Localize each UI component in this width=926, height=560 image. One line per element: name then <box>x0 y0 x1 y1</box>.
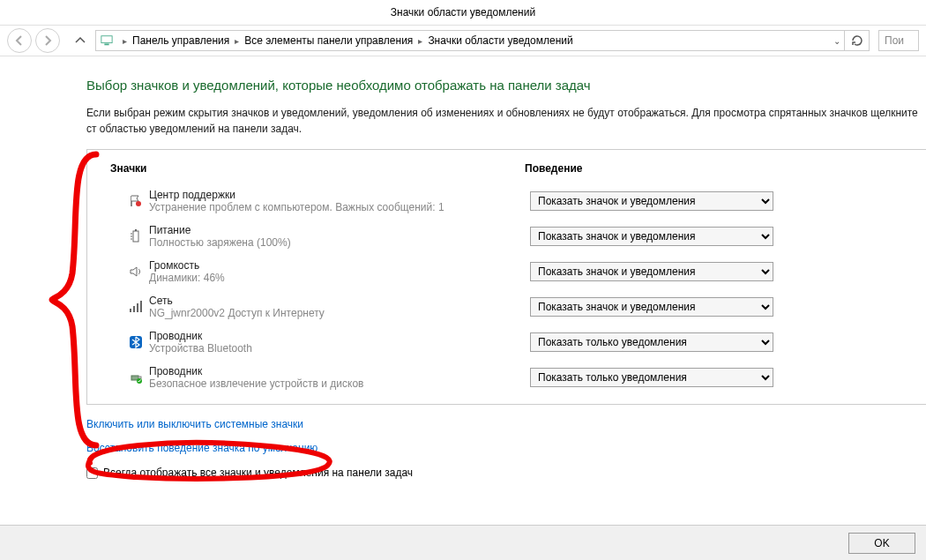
page-heading: Выбор значков и уведомлений, которые нео… <box>86 78 926 93</box>
icon-subtitle: Устройства Bluetooth <box>149 342 530 355</box>
refresh-icon <box>850 34 864 48</box>
up-button[interactable] <box>72 34 88 48</box>
behavior-cell: Показать значок и уведомленияПоказать то… <box>530 368 773 387</box>
icon-text: ПитаниеПолностью заряжена (100%) <box>149 224 530 249</box>
behavior-select[interactable]: Показать значок и уведомленияПоказать то… <box>530 368 773 387</box>
behavior-cell: Показать значок и уведомленияПоказать то… <box>530 262 773 281</box>
network-icon <box>123 300 149 314</box>
breadcrumb-1[interactable]: Панель управления <box>132 34 229 47</box>
titlebar: Значки области уведомлений <box>0 0 926 25</box>
icon-row: ПроводникБезопасное извлечение устройств… <box>87 360 926 395</box>
behavior-cell: Показать значок и уведомленияПоказать то… <box>530 332 773 352</box>
col-header-behavior: Поведение <box>525 162 926 175</box>
always-show-row: Всегда отображать все значки и уведомлен… <box>86 467 926 479</box>
chevron-right-icon: ▸ <box>235 36 239 46</box>
arrow-up-icon <box>73 34 87 48</box>
svg-rect-3 <box>133 231 138 242</box>
icon-title: Питание <box>149 224 530 236</box>
content-area: Выбор значков и уведомлений, которые нео… <box>0 56 926 479</box>
svg-rect-1 <box>104 44 108 46</box>
monitor-icon <box>100 34 114 47</box>
behavior-select[interactable]: Показать значок и уведомленияПоказать то… <box>530 297 773 317</box>
icon-row: Центр поддержкиУстранение проблем с комп… <box>87 183 926 219</box>
icon-title: Центр поддержки <box>149 189 530 201</box>
icon-text: ПроводникБезопасное извлечение устройств… <box>149 365 530 390</box>
svg-rect-8 <box>140 301 142 312</box>
icon-title: Проводник <box>149 330 530 342</box>
icon-list-panel: Значки Поведение Центр поддержкиУстранен… <box>86 149 926 405</box>
behavior-select[interactable]: Показать значок и уведомленияПоказать то… <box>530 262 773 281</box>
page-description: Если выбран режим скрытия значков и увед… <box>86 105 926 137</box>
usb-icon <box>123 370 149 385</box>
behavior-cell: Показать значок и уведомленияПоказать то… <box>530 297 773 317</box>
forward-button[interactable] <box>35 28 60 53</box>
icon-subtitle: Динамики: 46% <box>149 272 530 284</box>
icon-text: ГромкостьДинамики: 46% <box>149 259 530 284</box>
icon-row: СетьNG_jwnr2000v2 Доступ к ИнтернетуПока… <box>87 289 926 325</box>
behavior-cell: Показать значок и уведомленияПоказать то… <box>530 227 773 246</box>
svg-rect-5 <box>130 309 131 312</box>
svg-point-2 <box>136 201 141 206</box>
behavior-cell: Показать значок и уведомленияПоказать то… <box>530 191 773 211</box>
refresh-button[interactable] <box>845 30 870 51</box>
icon-subtitle: Безопасное извлечение устройств и дисков <box>149 377 530 390</box>
battery-icon <box>123 229 149 243</box>
svg-rect-6 <box>133 306 135 312</box>
link-restore-default[interactable]: Восстановить поведение значка по умолчан… <box>86 442 317 454</box>
svg-rect-4 <box>135 229 137 231</box>
navigation-row: ▸ Панель управления ▸ Все элементы панел… <box>0 25 926 56</box>
icon-title: Громкость <box>149 259 530 272</box>
addr-dropdown-caret[interactable]: ⌄ <box>833 36 840 46</box>
list-header: Значки Поведение <box>87 159 926 183</box>
ok-button[interactable]: OK <box>848 533 915 554</box>
icon-title: Проводник <box>149 365 530 377</box>
always-show-checkbox[interactable] <box>86 467 98 479</box>
icon-title: Сеть <box>149 295 530 307</box>
flag-icon <box>123 194 149 208</box>
arrow-left-icon <box>12 34 26 48</box>
footer: OK <box>0 525 926 560</box>
search-input[interactable]: Пои <box>878 30 919 51</box>
icon-text: Центр поддержкиУстранение проблем с комп… <box>149 189 530 213</box>
col-header-icons: Значки <box>110 162 525 175</box>
icon-subtitle: Устранение проблем с компьютером. Важных… <box>149 201 530 213</box>
bluetooth-icon <box>123 335 149 349</box>
chevron-right-icon: ▸ <box>418 36 422 46</box>
icon-subtitle: NG_jwnr2000v2 Доступ к Интернету <box>149 307 530 319</box>
icon-subtitle: Полностью заряжена (100%) <box>149 236 530 249</box>
window-title: Значки области уведомлений <box>391 6 535 19</box>
speaker-icon <box>123 265 149 279</box>
behavior-select[interactable]: Показать значок и уведомленияПоказать то… <box>530 332 773 352</box>
search-placeholder: Пои <box>885 34 904 47</box>
behavior-select[interactable]: Показать значок и уведомленияПоказать то… <box>530 227 773 246</box>
svg-rect-7 <box>137 303 138 312</box>
icon-row: ПроводникУстройства BluetoothПоказать зн… <box>87 325 926 360</box>
address-bar[interactable]: ▸ Панель управления ▸ Все элементы панел… <box>95 30 845 51</box>
chevron-right-icon: ▸ <box>123 36 127 46</box>
breadcrumb-2[interactable]: Все элементы панели управления <box>244 34 413 47</box>
icon-text: ПроводникУстройства Bluetooth <box>149 330 530 355</box>
icon-row: ПитаниеПолностью заряжена (100%)Показать… <box>87 219 926 254</box>
behavior-select[interactable]: Показать значок и уведомленияПоказать то… <box>530 191 773 211</box>
breadcrumb-3[interactable]: Значки области уведомлений <box>428 34 572 47</box>
arrow-right-icon <box>41 34 55 48</box>
svg-rect-0 <box>101 36 112 43</box>
icon-row: ГромкостьДинамики: 46%Показать значок и … <box>87 254 926 289</box>
always-show-label: Всегда отображать все значки и уведомлен… <box>103 467 413 479</box>
back-button[interactable] <box>7 28 32 53</box>
link-system-icons[interactable]: Включить или выключить системные значки <box>86 418 303 430</box>
icon-text: СетьNG_jwnr2000v2 Доступ к Интернету <box>149 295 530 319</box>
